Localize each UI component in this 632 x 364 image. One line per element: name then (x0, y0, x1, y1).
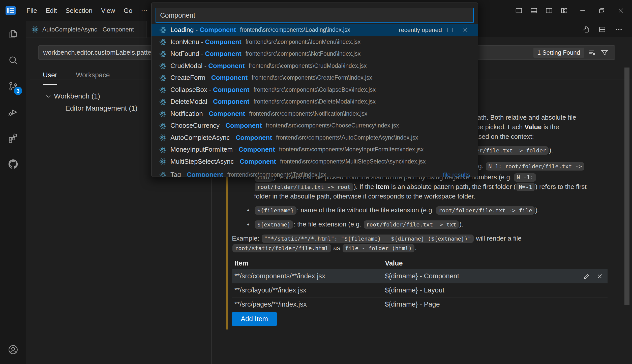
description-line: ${extname}: the file extension (e.g. roo… (232, 220, 625, 229)
menu-view[interactable]: View (97, 5, 119, 17)
item-label: Loading - Component (170, 26, 236, 34)
code-span: root/folder/file.txt -> file (436, 206, 535, 215)
edit-icon[interactable] (583, 273, 590, 280)
quick-open-item-tag[interactable]: Tag - Componentfrontend\src\components\T… (152, 169, 478, 177)
match-highlight: Component (213, 98, 249, 105)
pattern-value-cell: ${dirname} - Component (385, 272, 583, 280)
open-to-side-icon[interactable] (446, 26, 454, 34)
code-span: "**/static/**/*.html": "${filename} - ${… (262, 235, 474, 243)
react-icon (159, 38, 167, 46)
tab-user[interactable]: User (43, 71, 57, 79)
match-highlight: Component (240, 158, 276, 165)
menu-go[interactable]: Go (119, 5, 137, 17)
quick-open-item-crudmodal[interactable]: CrudModal - Componentfrontend\src\compon… (152, 60, 478, 72)
activity-source-control-icon[interactable]: 3 (0, 73, 26, 99)
quick-open-item-notification[interactable]: Notification - Componentfrontend\src\com… (152, 108, 478, 120)
quick-open-item-multistepselectasync[interactable]: MultiStepSelectAsync - Componentfrontend… (152, 156, 478, 168)
activity-search-icon[interactable] (0, 47, 26, 73)
account-icon (8, 344, 19, 355)
remove-icon[interactable] (596, 273, 604, 280)
code-span: root/static/folder/file.html (232, 244, 331, 252)
quick-open-item-loading[interactable]: Loading - Componentfrontend\src\componen… (152, 24, 478, 36)
tab-workspace[interactable]: Workspace (76, 71, 110, 79)
react-file-icon (31, 26, 39, 33)
match-highlight: Component (205, 38, 241, 46)
item-label: NotFound - Component (170, 50, 242, 58)
code-span: ${filename} (255, 206, 296, 215)
run-debug-icon (8, 107, 19, 118)
match-highlight: Component (208, 62, 245, 70)
description-line: ${filename}: name of the file without th… (232, 206, 625, 215)
description-line: folder in the absoulte path, otherwise i… (232, 192, 625, 201)
item-label: CollapseBox - Component (170, 86, 250, 94)
item-path: frontend\src\components\Notification\ind… (249, 110, 367, 117)
toggle-secondary-sidebar-icon[interactable] (545, 7, 553, 14)
add-item-button[interactable]: Add Item (232, 312, 277, 326)
pattern-value-cell: ${dirname} - Layout (385, 286, 608, 294)
quick-open-item-choosecurrency[interactable]: ChooseCurrency - Componentfrontend\src\c… (152, 120, 478, 132)
quick-open-item-autocompleteasync[interactable]: AutoCompleteAsync - Componentfrontend\sr… (152, 132, 478, 144)
pattern-item-cell: **/src/pages/**/index.jsx (232, 301, 385, 308)
activity-bar: 3 (0, 21, 26, 364)
scm-changes-badge: 3 (14, 87, 22, 95)
item-path: frontend\src\components\DeleteModal\inde… (254, 98, 376, 105)
menu-selection[interactable]: Selection (61, 5, 97, 17)
match-highlight: Component (200, 26, 236, 34)
vertical-scrollbar[interactable] (624, 68, 629, 305)
minimize-icon[interactable] (579, 7, 586, 14)
activity-github-icon[interactable] (0, 151, 26, 177)
code-span: root/folder/file.txt -> root (255, 183, 353, 191)
filter-icon[interactable] (600, 48, 609, 57)
quick-open-item-createform[interactable]: CreateForm - Componentfrontend\src\compo… (152, 72, 478, 84)
tab-settings-editor[interactable]: AutoCompleteAsync - Component (26, 21, 147, 38)
table-header-row: ItemValue (232, 257, 608, 269)
quick-open-item-iconmenu[interactable]: IconMenu - Componentfrontend\src\compone… (152, 36, 478, 48)
more-actions-icon[interactable] (615, 25, 623, 34)
open-settings-json-icon[interactable] (582, 25, 590, 34)
activity-extensions-icon[interactable] (0, 125, 26, 151)
activity-files-icon[interactable] (0, 21, 26, 47)
item-label: AutoCompleteAsync - Component (170, 134, 272, 142)
custom-labels-table: ItemValue**/src/components/**/index.jsx$… (232, 257, 608, 311)
toc-label: Workbench (1) (54, 92, 100, 100)
react-icon (159, 74, 167, 82)
table-row[interactable]: **/src/pages/**/index.jsx${dirname} - Pa… (232, 297, 608, 311)
editor-actions (582, 21, 632, 38)
menu-[interactable]: ⋯ (137, 5, 152, 17)
code-span: root/folder/file.txt -> txt (364, 220, 459, 229)
customize-layout-icon[interactable] (560, 7, 568, 14)
code-span: N=1: root/folder/file.txt -> (486, 162, 584, 171)
table-header-value: Value (385, 259, 608, 267)
vscode-logo-icon[interactable] (6, 6, 16, 15)
toggle-primary-sidebar-icon[interactable] (515, 7, 523, 14)
toggle-panel-icon[interactable] (530, 7, 538, 14)
table-header-item: Item (232, 259, 385, 267)
restore-icon[interactable] (598, 7, 605, 14)
code-span: N=-1: (514, 173, 536, 182)
remove-icon[interactable] (462, 26, 469, 34)
quick-open-item-moneyinputformitem[interactable]: MoneyInputFormItem - Componentfrontend\s… (152, 144, 478, 156)
quick-open-item-collapsebox[interactable]: CollapseBox - Componentfrontend\src\comp… (152, 84, 478, 96)
quick-open-item-deletemodal[interactable]: DeleteModal - Componentfrontend\src\comp… (152, 96, 478, 108)
menu-file[interactable]: File (22, 5, 41, 17)
quick-open-input[interactable] (156, 12, 473, 19)
match-highlight: Component (238, 146, 275, 153)
item-path: frontend\src\components\ChooseCurrency\i… (266, 122, 399, 129)
item-label: IconMenu - Component (170, 38, 242, 46)
table-row[interactable]: **/src/components/**/index.jsx${dirname}… (232, 269, 608, 283)
quick-open-item-notfound[interactable]: NotFound - Componentfrontend\src\compone… (152, 48, 478, 60)
clear-filters-icon[interactable] (588, 48, 597, 57)
close-icon[interactable] (617, 7, 624, 14)
split-editor-icon[interactable] (598, 25, 606, 34)
activity-run-debug-icon[interactable] (0, 99, 26, 125)
table-row[interactable]: **/src/layout/**/index.jsx${dirname} - L… (232, 283, 608, 297)
item-path: frontend\src\components\AutoCompleteAsyn… (276, 134, 418, 141)
item-path: frontend\src\components\MultiStepSelectA… (280, 158, 426, 165)
search-icon (8, 55, 19, 66)
react-icon (159, 50, 167, 58)
group-label-file-results: file results (443, 171, 470, 177)
settings-count-badge: 1 Setting Found (533, 48, 584, 58)
item-path: frontend\src\components\CrudModal\index.… (249, 62, 367, 69)
activity-account-icon[interactable] (0, 337, 26, 362)
menu-edit[interactable]: Edit (41, 5, 61, 17)
